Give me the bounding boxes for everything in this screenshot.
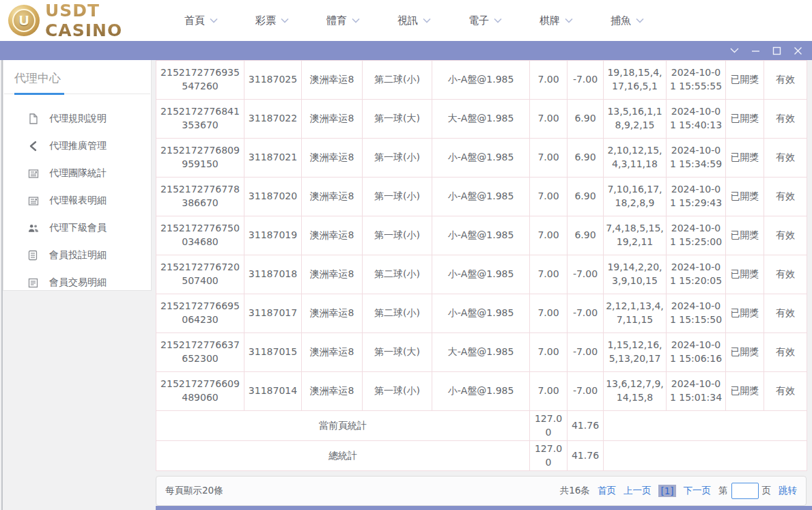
table-cell: 31187017 bbox=[244, 294, 302, 333]
sidebar-item-agent-downline[interactable]: 代理下級會員 bbox=[3, 214, 151, 242]
table-cell: 31187018 bbox=[244, 255, 302, 294]
table-cell: 已開獎 bbox=[726, 255, 764, 294]
summary-amount: 127.00 bbox=[530, 441, 568, 471]
nav-item-home[interactable]: 首頁 bbox=[184, 14, 255, 27]
table-cell: 第一球(小) bbox=[363, 139, 432, 178]
table-cell: 2024-10-01 15:20:05 bbox=[667, 255, 726, 294]
window-titlebar bbox=[0, 41, 812, 60]
table-cell: -7.00 bbox=[568, 333, 604, 372]
table-cell: 澳洲幸运8 bbox=[302, 100, 363, 139]
current-page-badge[interactable]: [1] bbox=[658, 485, 675, 497]
summary-row: 當前頁統計127.0041.76 bbox=[156, 411, 807, 441]
nav-item-fishing[interactable]: 捕魚 bbox=[611, 14, 682, 27]
table-cell: 31187020 bbox=[244, 178, 302, 216]
table-cell: 已開獎 bbox=[726, 294, 764, 333]
prev-page-link[interactable]: 上一页 bbox=[624, 485, 652, 497]
window-bottom-strip bbox=[156, 506, 812, 510]
summary-row: 總統計127.0041.76 bbox=[156, 441, 807, 471]
table-cell: 7.00 bbox=[530, 255, 568, 294]
table-cell: 7.00 bbox=[530, 100, 568, 139]
brand-name: USDT CASINO bbox=[45, 1, 164, 40]
table-cell: 2024-10-01 15:06:16 bbox=[667, 333, 726, 372]
table-cell: 6.90 bbox=[568, 139, 604, 178]
summary-empty bbox=[604, 411, 807, 441]
table-cell: 31187015 bbox=[244, 333, 302, 372]
jump-prefix-label: 第 bbox=[718, 485, 728, 497]
nav-item-slots[interactable]: 電子 bbox=[468, 14, 540, 27]
table-cell: 2024-10-01 15:25:00 bbox=[667, 216, 726, 255]
brand-logo[interactable]: U USDT CASINO bbox=[8, 1, 164, 40]
main-nav: 首頁 彩票 體育 視訊 電子 棋牌 捕魚 bbox=[184, 14, 682, 27]
table-cell: 第一球(大) bbox=[363, 100, 432, 139]
table-cell: 澳洲幸运8 bbox=[302, 216, 363, 255]
jump-group: 第 页 bbox=[718, 483, 771, 499]
table-cell: 31187025 bbox=[244, 61, 302, 100]
sidebar-title: 代理中心 bbox=[14, 70, 140, 94]
first-page-link[interactable]: 首页 bbox=[598, 485, 616, 497]
table-cell: 澳洲幸运8 bbox=[302, 372, 363, 411]
table-cell: 已開獎 bbox=[726, 139, 764, 178]
table-cell: 第二球(小) bbox=[363, 294, 432, 333]
table-cell: -7.00 bbox=[568, 61, 604, 100]
sidebar-item-label: 代理推廣管理 bbox=[49, 140, 107, 152]
sidebar-item-member-bets[interactable]: 會員投註明細 bbox=[3, 242, 151, 269]
table-cell: 已開獎 bbox=[726, 372, 764, 411]
table-cell: 第二球(小) bbox=[363, 61, 432, 100]
chevron-down-icon bbox=[210, 18, 218, 23]
close-icon[interactable] bbox=[789, 42, 807, 59]
table-cell: 6.90 bbox=[568, 100, 604, 139]
nav-item-sports[interactable]: 體育 bbox=[326, 14, 397, 27]
active-underline bbox=[14, 93, 64, 95]
minimize-icon[interactable] bbox=[746, 42, 764, 59]
table-cell: 2024-10-01 15:01:34 bbox=[667, 372, 726, 411]
sidebar-item-agent-report[interactable]: 代理報表明細 bbox=[3, 187, 151, 214]
table-cell: -7.00 bbox=[568, 294, 604, 333]
pagination-bar: 每頁顯示20條 共16条 首页 上一页 [1] 下一页 第 页 跳转 bbox=[156, 476, 807, 506]
jump-link[interactable]: 跳转 bbox=[779, 485, 797, 497]
nav-label: 視訊 bbox=[397, 14, 418, 27]
table-cell: 7.00 bbox=[530, 216, 568, 255]
table-cell: 第一球(小) bbox=[363, 216, 432, 255]
total-count-label: 共16条 bbox=[560, 485, 590, 497]
maximize-icon[interactable] bbox=[768, 42, 785, 59]
pagination-controls: 共16条 首页 上一页 [1] 下一页 第 页 跳转 bbox=[560, 483, 797, 499]
transaction-icon bbox=[28, 277, 39, 288]
sidebar-item-label: 會員交易明細 bbox=[49, 277, 107, 289]
sidebar-item-label: 代理報表明細 bbox=[49, 195, 107, 207]
table-cell: 31187022 bbox=[244, 100, 302, 139]
table-cell: 2152172776778386670 bbox=[156, 178, 244, 216]
table-cell: 7,4,18,5,15,19,2,11 bbox=[604, 216, 667, 255]
summary-label: 當前頁統計 bbox=[156, 411, 530, 441]
next-page-link[interactable]: 下一页 bbox=[684, 485, 712, 497]
table-row: 215217277675003468031187019澳洲幸运8第一球(小)小-… bbox=[156, 216, 807, 255]
table-cell: 已開獎 bbox=[726, 100, 764, 139]
nav-item-cards[interactable]: 棋牌 bbox=[540, 14, 611, 27]
table-row: 215217277680995915031187021澳洲幸运8第一球(小)小-… bbox=[156, 139, 807, 178]
sidebar-item-label: 代理團隊統計 bbox=[49, 167, 107, 180]
report-icon bbox=[28, 195, 39, 206]
sidebar-item-agent-rules[interactable]: 代理規則說明 bbox=[3, 105, 151, 132]
summary-winloss: 41.76 bbox=[568, 411, 604, 441]
table-cell: 小-A盤@1.985 bbox=[432, 294, 530, 333]
sidebar-item-member-transactions[interactable]: 會員交易明細 bbox=[3, 269, 151, 296]
table-cell: 2024-10-01 15:29:43 bbox=[667, 178, 726, 216]
table-cell: 31187014 bbox=[244, 372, 302, 411]
page-number-input[interactable] bbox=[731, 483, 759, 499]
table-row: 215217277693554726031187025澳洲幸运8第二球(小)小-… bbox=[156, 61, 807, 100]
summary-empty bbox=[604, 441, 807, 471]
table-cell: 有效 bbox=[764, 100, 807, 139]
table-cell: 2024-10-01 15:34:59 bbox=[667, 139, 726, 178]
table-cell: -7.00 bbox=[568, 255, 604, 294]
users-icon bbox=[28, 223, 39, 233]
nav-item-lottery[interactable]: 彩票 bbox=[255, 14, 326, 27]
table-cell: 小-A盤@1.985 bbox=[432, 178, 530, 216]
sidebar-item-agent-team-stats[interactable]: 代理團隊統計 bbox=[3, 160, 151, 187]
table-cell: 2152172776720507400 bbox=[156, 255, 244, 294]
table-cell: 2,12,1,13,4,7,11,15 bbox=[604, 294, 667, 333]
table-cell: 2152172776809959150 bbox=[156, 139, 244, 178]
table-cell: 2152172776841353670 bbox=[156, 100, 244, 139]
nav-item-video[interactable]: 視訊 bbox=[397, 14, 468, 27]
table-cell: 7.00 bbox=[530, 139, 568, 178]
sidebar-item-agent-promotion[interactable]: 代理推廣管理 bbox=[3, 132, 151, 160]
collapse-chevron-icon[interactable] bbox=[725, 42, 743, 59]
